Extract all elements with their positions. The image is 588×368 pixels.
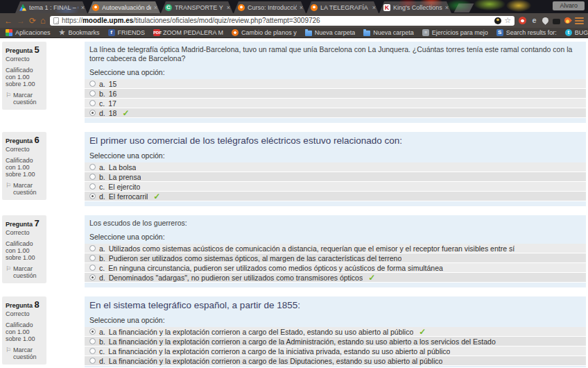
option-letter: b. [99,90,105,98]
radio-button-icon[interactable] [89,348,96,354]
option-text: El ferrocarril [109,192,148,201]
question-text: En el sistema telegráfico español, a par… [85,299,586,316]
radio-button-icon[interactable] [89,183,96,190]
answer-option[interactable]: a.La financiación y la explotación corri… [85,327,586,337]
option-text: Utilizados como sistemas acústicos de co… [109,244,514,253]
radio-button-icon[interactable] [89,110,96,116]
radio-button-icon[interactable] [89,265,96,271]
bookmark-item[interactable]: tBUGERA 333 XL 212 [565,29,588,36]
flag-question-link[interactable]: ⚐Marcar cuestión [6,92,43,106]
radio-button-icon[interactable] [89,328,96,335]
screen-extension-icon[interactable] [553,19,560,24]
blue-badge-icon: S [496,29,503,36]
gray-doc-icon: ≡ [422,29,429,36]
radio-button-icon[interactable] [89,100,96,106]
bookmark-item[interactable]: fFRIENDS [108,29,146,36]
answer-option[interactable]: c.En ninguna circunstancia, pudieron ser… [85,263,586,273]
tab-close-icon[interactable]: × [445,4,449,11]
question-grade: Calificado con 1.00 sobre 1.00 [6,240,43,261]
bookmark-item[interactable]: SSearch results for: [496,29,557,36]
bookmark-item[interactable]: Nueva carpeta [305,29,356,36]
flag-icon: ⚐ [6,265,11,279]
answer-option[interactable]: c.El ejercito [85,182,586,192]
flag-question-link[interactable]: ⚐Marcar cuestión [6,265,43,279]
bookmark-label: ZOOM PEDALERA M [163,29,223,36]
browser-menu-icon[interactable] [575,17,584,24]
answer-option[interactable]: b.16 [85,89,586,99]
radio-button-icon[interactable] [89,164,96,170]
bookmark-item[interactable]: PDFZOOM PEDALERA M [153,29,223,36]
tab-4[interactable]: Curso: Introducción a las× [234,1,306,13]
flag-question-link[interactable]: ⚐Marcar cuestión [6,346,43,360]
new-tab-button[interactable] [454,3,474,12]
home-icon[interactable]: ⌂ [40,17,46,25]
tab-close-icon[interactable]: × [154,4,157,11]
radio-button-icon[interactable] [89,255,96,261]
moodle-orange-favicon-icon [92,4,99,11]
correct-check-icon: ✓ [368,273,375,283]
question-status: Correcto [6,310,43,317]
flag-label: Marcar cuestión [13,92,43,106]
bookmark-item[interactable]: Aplicaciones [6,29,51,36]
tab-close-icon[interactable]: × [372,4,376,11]
bookmark-star-icon[interactable]: ☆ [504,17,511,24]
radio-button-icon[interactable] [89,338,96,344]
option-letter: d. [99,192,105,201]
answer-option[interactable]: d.La financiación y la explotación corri… [85,356,586,366]
flag-question-link[interactable]: ⚐Marcar cuestión [6,182,43,196]
url-text[interactable]: https://moodle.upm.es/titulaciones/ofici… [62,17,492,24]
answer-option[interactable]: a.La bolsa [85,162,586,172]
radio-button-icon[interactable] [89,90,96,97]
bookmark-item[interactable]: ≡Ejercicios para mejo [422,29,488,36]
question-formulation: Los escudos de los guerreros:Seleccione … [85,215,586,287]
option-letter: a. [99,328,105,336]
question-block-5: Pregunta 5CorrectoCalificado con 1.00 so… [85,42,586,123]
bookmark-label: Search results for: [506,29,557,36]
tab-close-icon[interactable]: × [81,4,85,11]
answer-option[interactable]: d.Denominados "adargas", no pudieron ser… [85,273,586,283]
bookmark-item[interactable]: Cambio de planos y [232,29,297,36]
flame-extension-icon[interactable] [563,16,572,25]
radio-button-icon[interactable] [89,174,96,180]
profile-button[interactable]: Alvaro [553,1,585,10]
correct-check-icon: ✓ [419,327,426,337]
e-extension-icon[interactable]: e [530,17,538,24]
answer-option[interactable]: b.Pudieron ser utilizados como sistemas … [85,253,586,263]
answer-option[interactable]: c.17 [85,99,586,108]
tab-5[interactable]: LA TELEGRAFÍA ÓPTICA× [306,1,379,13]
answer-option[interactable]: a.Utilizados como sistemas acústicos de … [85,244,586,253]
profile-avatar-icon[interactable] [494,17,501,24]
tab-2[interactable]: Autoevaluación de las lec× [88,1,160,13]
radio-button-icon[interactable] [89,193,96,199]
option-letter: c. [99,264,105,272]
select-option-prompt: Seleccione una opción: [85,233,586,244]
bookmark-item[interactable]: ★Bookmarks [59,29,100,36]
reload-icon[interactable]: ⟳ [29,17,36,25]
orange-badge-icon [232,29,239,36]
option-text: En ninguna circunstancia, pudieron ser u… [108,264,443,272]
tab-3[interactable]: CTRANSPORTE Y COMUNIC× [161,1,233,13]
back-icon[interactable]: ← [4,17,12,25]
tab-6[interactable]: KKing's Collections : Online× [379,1,451,13]
radio-button-icon[interactable] [89,358,96,364]
answer-option[interactable]: c.La financiación y la explotación corri… [85,346,586,356]
radio-button-icon[interactable] [89,81,96,87]
answer-option[interactable]: d.El ferrocarril✓ [85,192,586,201]
tab-1[interactable]: tema 1 : FINAL – Google D× [15,1,87,13]
pocket-extension-icon[interactable] [519,17,526,24]
answer-option[interactable]: a.15 [85,79,586,89]
radio-button-icon[interactable] [89,274,96,281]
radio-button-icon[interactable] [89,245,96,251]
bookmark-item[interactable]: Nueva carpeta [363,29,414,36]
tab-close-icon[interactable]: × [227,4,230,11]
tab-close-icon[interactable]: × [300,4,303,11]
option-text: 17 [108,99,116,108]
url-domain: moodle.upm.es [83,17,133,24]
forward-icon[interactable]: → [17,17,25,25]
pin-extension-icon[interactable] [541,16,550,25]
address-bar[interactable]: https://moodle.upm.es/titulaciones/ofici… [50,16,514,26]
tab-title: Curso: Introducción a las [248,4,297,11]
answer-option[interactable]: d.18✓ [85,108,586,118]
answer-option[interactable]: b.La financiación y la explotación corri… [85,337,586,346]
answer-option[interactable]: b.La prensa [85,172,586,182]
